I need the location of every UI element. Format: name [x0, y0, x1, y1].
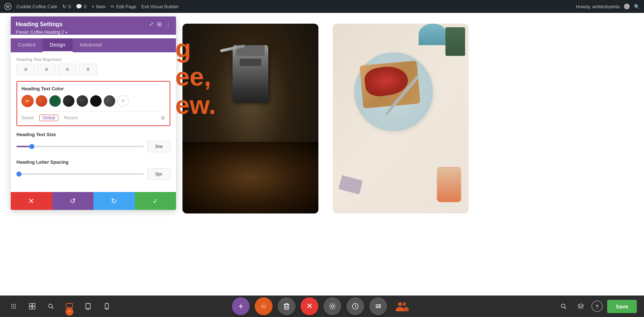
panel-title: Heading Settings: [16, 21, 63, 28]
monitor-pencil-dot: ✏: [65, 308, 73, 316]
updates-count[interactable]: ↻ 5: [62, 4, 71, 9]
settings-button[interactable]: [323, 297, 341, 315]
letter-spacing-thumb[interactable]: [16, 172, 21, 177]
svg-point-6: [13, 306, 14, 307]
svg-rect-11: [29, 303, 32, 306]
color-swatches: ✏ +: [21, 95, 165, 107]
color-swatch-add[interactable]: +: [117, 95, 129, 107]
svg-point-2: [11, 304, 13, 305]
color-tab-saved[interactable]: Saved: [21, 115, 34, 120]
color-swatch-current[interactable]: ✏: [21, 95, 34, 107]
color-section-title: Heading Text Color: [21, 86, 165, 91]
align-right-btn[interactable]: ≡: [58, 64, 77, 75]
svg-rect-12: [33, 303, 35, 306]
wireframe-button[interactable]: [369, 297, 387, 315]
close-button[interactable]: ✕: [301, 297, 318, 315]
panel-preset[interactable]: Preset: Coffee Heading 2 ▾: [16, 30, 171, 35]
color-swatch-4[interactable]: [77, 95, 88, 107]
comments-count[interactable]: 💬 0: [76, 4, 86, 9]
text-size-value[interactable]: 3vw: [147, 141, 170, 152]
panel-resize-icon[interactable]: ⤢: [149, 21, 153, 28]
food-image-card: [333, 24, 469, 213]
panel-tabs: Content Design Advanced: [11, 38, 176, 52]
howdy-text: Howdy, writtenbyekta: [576, 4, 620, 9]
layers-icon[interactable]: [574, 300, 587, 313]
panel-more-icon[interactable]: ⋮: [165, 21, 171, 28]
confirm-button[interactable]: ✓: [135, 192, 176, 210]
exit-builder-link[interactable]: Exit Visual Builder: [141, 4, 179, 9]
action-buttons: ✕ ↺ ↻ ✓: [11, 192, 176, 210]
site-name[interactable]: Cuddle Coffee Cafe: [16, 4, 57, 9]
letter-spacing-row: 0px: [16, 168, 170, 180]
color-settings-icon[interactable]: ⚙: [161, 115, 165, 121]
monitor-icon[interactable]: ✏: [63, 300, 76, 313]
phone-icon[interactable]: [100, 300, 113, 313]
panel-header-top: Heading Settings ⤢ ⊞ ⋮: [16, 21, 171, 28]
color-swatch-5[interactable]: [90, 95, 102, 107]
letter-spacing-value[interactable]: 0px: [147, 168, 170, 180]
admin-bar-left: W Cuddle Coffee Cafe ↻ 5 💬 0 + New ✏ Edi…: [4, 3, 571, 10]
align-center-btn[interactable]: ≡: [37, 64, 56, 75]
svg-point-15: [49, 304, 52, 308]
orange-glass: [436, 167, 462, 203]
color-swatch-3[interactable]: [63, 95, 74, 107]
grid-layout-icon[interactable]: [26, 300, 39, 313]
text-size-slider[interactable]: [16, 146, 144, 147]
tab-content[interactable]: Content: [11, 38, 43, 52]
admin-bar: W Cuddle Coffee Cafe ↻ 5 💬 0 + New ✏ Edi…: [0, 0, 644, 13]
redo-button[interactable]: ↻: [93, 192, 135, 210]
svg-point-9: [13, 308, 14, 309]
color-tab-recent[interactable]: Recent: [64, 115, 78, 120]
toolbar-left: ✏: [7, 300, 113, 313]
align-left-btn[interactable]: ≡: [16, 64, 35, 75]
panel-body: Heading Text Alignment ≡ ≡ ≡ ≡ Heading T…: [11, 52, 176, 192]
alignment-buttons: ≡ ≡ ≡ ≡: [16, 64, 170, 75]
delete-button[interactable]: [278, 297, 296, 315]
align-justify-btn[interactable]: ≡: [79, 64, 97, 75]
food-visual: [333, 24, 469, 213]
color-tabs: Saved Global Recent ⚙: [21, 111, 165, 121]
search-right-icon[interactable]: [557, 300, 570, 313]
wp-logo[interactable]: W: [4, 3, 11, 10]
tablet-icon[interactable]: [82, 300, 94, 313]
panel-columns-icon[interactable]: ⊞: [157, 21, 162, 28]
text-size-row: 3vw: [16, 141, 170, 152]
bottom-toolbar: ✏ +: [0, 296, 644, 317]
tab-design[interactable]: Design: [43, 38, 73, 52]
portability-button[interactable]: [392, 297, 412, 315]
undo-button[interactable]: ↺: [52, 192, 94, 210]
svg-point-32: [402, 302, 406, 306]
svg-point-23: [106, 308, 107, 309]
divi-button[interactable]: [255, 297, 273, 315]
search-icon[interactable]: [44, 300, 57, 313]
user-avatar[interactable]: [624, 4, 630, 9]
alignment-section-label: Heading Text Alignment: [16, 57, 170, 62]
admin-bar-right: Howdy, writtenbyekta 🔍: [576, 4, 640, 9]
green-cup: [445, 27, 465, 56]
color-swatch-1[interactable]: [36, 95, 47, 107]
help-icon[interactable]: ?: [591, 301, 603, 312]
color-swatch-6[interactable]: [104, 95, 115, 107]
color-swatch-2[interactable]: [49, 95, 61, 107]
svg-point-21: [88, 308, 88, 309]
settings-panel: Heading Settings ⤢ ⊞ ⋮ Preset: Coffee He…: [11, 16, 176, 210]
history-button[interactable]: [346, 297, 364, 315]
toolbar-right: ? Save: [557, 300, 637, 313]
text-size-section: Heading Text Size 3vw: [16, 132, 170, 152]
letter-spacing-slider[interactable]: [16, 173, 144, 175]
edit-page-link[interactable]: ✏ Edit Page: [111, 4, 136, 9]
text-size-thumb[interactable]: [29, 144, 34, 149]
save-button[interactable]: Save: [607, 300, 637, 313]
search-admin-icon[interactable]: 🔍: [634, 4, 640, 9]
panel-header: Heading Settings ⤢ ⊞ ⋮ Preset: Coffee He…: [11, 16, 176, 35]
menu-dots-icon[interactable]: [7, 300, 20, 313]
canvas-text-overlay: gee,ew.: [175, 34, 216, 120]
tab-advanced[interactable]: Advanced: [73, 38, 109, 52]
blue-cup: [419, 24, 447, 45]
letter-spacing-label: Heading Letter Spacing: [16, 159, 170, 165]
letter-spacing-section: Heading Letter Spacing 0px: [16, 159, 170, 180]
color-tab-global[interactable]: Global: [39, 115, 58, 121]
add-section-button[interactable]: +: [232, 297, 250, 315]
new-menu[interactable]: + New: [91, 4, 105, 9]
cancel-button[interactable]: ✕: [11, 192, 52, 210]
